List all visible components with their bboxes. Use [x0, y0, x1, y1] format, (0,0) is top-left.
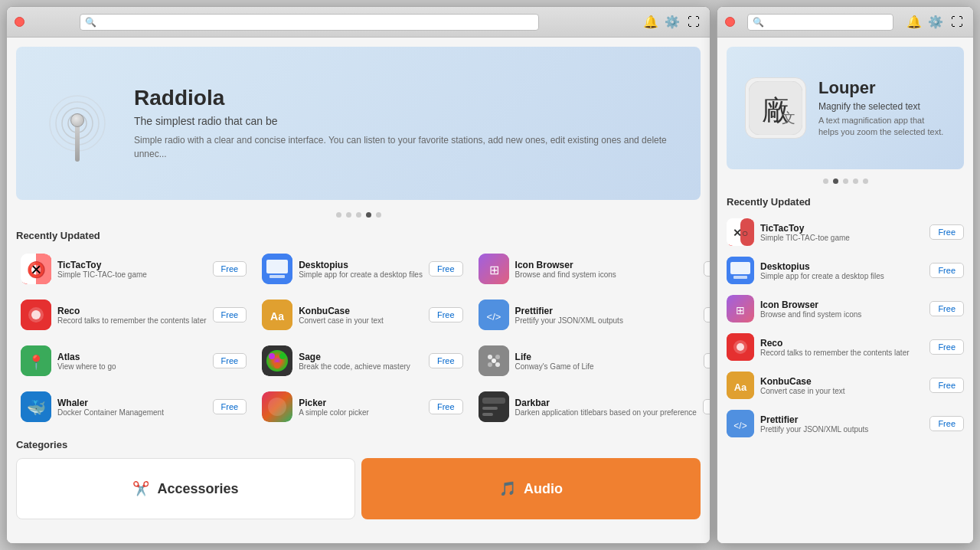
dot-r3[interactable]: [843, 178, 848, 184]
free-btn-tictactoy-right[interactable]: Free: [929, 224, 964, 240]
free-btn-konbucase-left[interactable]: Free: [429, 307, 463, 322]
free-btn-desktopius-left[interactable]: Free: [429, 261, 463, 277]
dot-r2[interactable]: [833, 178, 838, 184]
app-info-tictactoy-left: TicTacToy Simple TIC-TAC-toe game: [57, 260, 207, 279]
app-item-prettifier-right: </> Prettifier Prettify your JSON/XML ou…: [727, 407, 964, 440]
dot-r1[interactable]: [823, 178, 828, 184]
app-info-iconbrowser-left: Icon Browser Browse and find system icon…: [515, 260, 697, 279]
app-info-picker-left: Picker A simple color picker: [299, 398, 423, 417]
app-icon-desktopius-right: [727, 257, 754, 284]
app-name-sage-left: Sage: [299, 352, 423, 362]
categories-grid-left: ✂️ Accessories 🎵 Audio: [16, 458, 701, 519]
app-name-tictactoy-right: TicTacToy: [760, 223, 923, 234]
app-item-tictactoy-right: ✕○ TicTacToy Simple TIC-TAC-toe game Fre…: [727, 215, 964, 249]
app-item-sage-left: Sage Break the code, achieve mastery Fre…: [257, 341, 467, 381]
free-btn-sage-left[interactable]: Free: [429, 353, 463, 368]
free-btn-iconbrowser-right[interactable]: Free: [929, 301, 964, 316]
app-desc-konbucase-right: Convert case in your text: [760, 387, 923, 395]
app-info-life-left: Life Conway's Game of Life: [515, 352, 697, 371]
hero-icon-wrapper: [39, 77, 116, 169]
audio-icon: 🎵: [499, 480, 516, 497]
svg-rect-11: [266, 260, 288, 273]
search-icon-left: 🔍: [85, 17, 96, 28]
free-btn-prettifier-right[interactable]: Free: [929, 416, 964, 431]
dot-r4[interactable]: [853, 178, 858, 184]
search-input-right[interactable]: [767, 17, 888, 28]
audio-label: Audio: [524, 481, 563, 497]
dot-5[interactable]: [376, 212, 381, 218]
svg-point-33: [495, 362, 500, 367]
free-btn-reco-left[interactable]: Free: [213, 307, 247, 322]
category-audio[interactable]: 🎵 Audio: [361, 458, 701, 519]
free-btn-whaler-left[interactable]: Free: [213, 399, 247, 414]
app-icon-sage-left: [262, 345, 292, 376]
close-button-right[interactable]: ×: [725, 17, 735, 27]
free-btn-reco-right[interactable]: Free: [929, 339, 964, 355]
app-name-desktopius-left: Desktopius: [299, 260, 423, 270]
app-item-darkbar-left: Darkbar Darken application titlebars bas…: [474, 387, 710, 427]
titlebar-right-right: 🔔 ⚙️ ⛶: [906, 14, 965, 31]
app-desc-darkbar-left: Darken application titlebars based on yo…: [515, 408, 697, 417]
app-name-life-left: Life: [515, 352, 697, 362]
app-desc-reco-left: Record talks to remember the contents la…: [57, 316, 207, 325]
svg-text:文: 文: [782, 110, 795, 126]
app-info-reco-left: Reco Record talks to remember the conten…: [57, 306, 207, 325]
svg-rect-40: [482, 398, 505, 404]
left-titlebar: × 🔍 🔔 ⚙️ ⛶: [7, 7, 710, 38]
settings-icon-right[interactable]: ⚙️: [927, 14, 944, 31]
search-input-left[interactable]: [100, 17, 534, 28]
app-item-konbucase-left: Aa KonbuCase Convert case in your text F…: [257, 295, 467, 335]
settings-icon-left[interactable]: ⚙️: [664, 14, 681, 31]
dot-r5[interactable]: [863, 178, 868, 184]
app-name-prettifier-left: Prettifier: [515, 306, 697, 316]
free-btn-tictactoy-left[interactable]: Free: [213, 261, 247, 277]
dot-4[interactable]: [366, 212, 371, 218]
hero-banner-left[interactable]: Raddiola The simplest radio that can be …: [16, 47, 701, 200]
svg-rect-50: [730, 262, 750, 274]
update-icon-right[interactable]: 🔔: [906, 14, 923, 31]
svg-point-31: [495, 355, 500, 359]
price-btn-darkbar-left[interactable]: $2.00: [703, 399, 710, 414]
hero-banner-right[interactable]: 廠 文 Louper Magnify the selected text A t…: [727, 47, 964, 169]
close-button[interactable]: ×: [15, 17, 24, 27]
fullscreen-icon-left[interactable]: ⛶: [685, 14, 702, 31]
app-icon-picker-left: [262, 391, 292, 422]
app-info-atlas-left: Atlas View where to go: [57, 352, 207, 371]
dot-2[interactable]: [346, 212, 351, 218]
app-info-tictactoy-right: TicTacToy Simple TIC-TAC-toe game: [760, 223, 923, 242]
app-desc-reco-right: Record talks to remember the contents la…: [760, 349, 923, 357]
app-desc-prettifier-left: Prettify your JSON/XML outputs: [515, 316, 697, 325]
update-icon-left[interactable]: 🔔: [642, 14, 659, 31]
svg-text:🐳: 🐳: [27, 398, 46, 417]
app-icon-iconbrowser-left: ⊞: [479, 254, 509, 284]
free-btn-desktopius-right[interactable]: Free: [929, 263, 964, 278]
free-btn-atlas-left[interactable]: Free: [213, 353, 247, 368]
categories-title-left: Categories: [16, 439, 701, 450]
category-accessories[interactable]: ✂️ Accessories: [16, 458, 355, 519]
free-btn-prettifier-left[interactable]: Free: [704, 307, 710, 322]
search-icon-right: 🔍: [753, 17, 764, 28]
app-icon-desktopius-left: [262, 254, 292, 284]
app-name-picker-left: Picker: [299, 398, 423, 408]
dot-3[interactable]: [356, 212, 361, 218]
fullscreen-icon-right[interactable]: ⛶: [949, 14, 965, 31]
free-btn-life-left[interactable]: Free: [704, 353, 710, 368]
app-item-whaler-left: 🐳 Whaler Docker Container Management Fre…: [16, 387, 251, 427]
radio-icon: [47, 85, 108, 162]
app-icon-tictactoy-right: ✕○: [727, 218, 754, 246]
hero-description-right: A text magnification app that helps you …: [818, 115, 946, 139]
svg-point-28: [274, 362, 280, 368]
svg-text:Aa: Aa: [270, 310, 284, 322]
svg-text:⊞: ⊞: [736, 304, 745, 316]
hero-text-left: Raddiola The simplest radio that can be …: [134, 86, 678, 161]
app-desc-iconbrowser-right: Browse and find system icons: [760, 310, 923, 319]
dot-1[interactable]: [336, 212, 341, 218]
app-name-whaler-left: Whaler: [57, 398, 207, 408]
free-btn-konbucase-right[interactable]: Free: [929, 378, 964, 393]
free-btn-picker-left[interactable]: Free: [429, 399, 463, 414]
svg-rect-12: [270, 275, 285, 278]
app-info-desktopius-right: Desktopius Simple app for create a deskt…: [760, 261, 923, 280]
free-btn-iconbrowser-left[interactable]: Free: [704, 261, 710, 277]
app-item-atlas-left: 📍 Atlas View where to go Free: [16, 341, 251, 381]
app-desc-sage-left: Break the code, achieve mastery: [299, 362, 423, 371]
